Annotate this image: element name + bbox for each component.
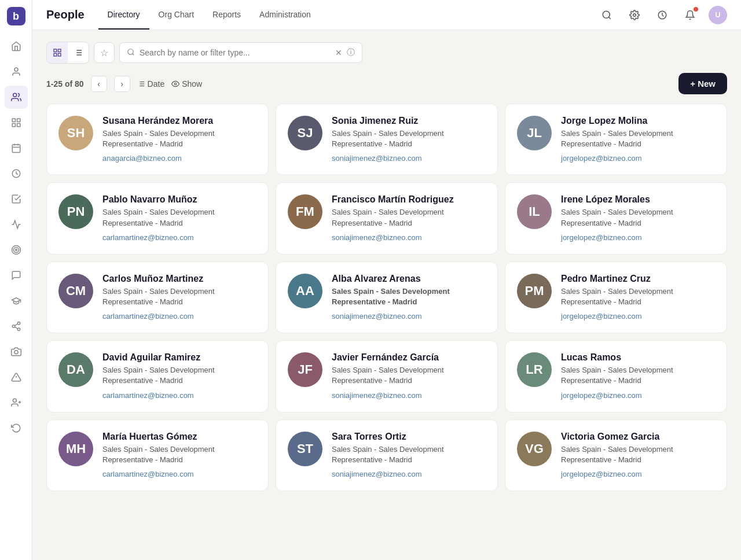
- sidebar-item-chart[interactable]: [5, 111, 28, 134]
- app-logo[interactable]: b: [7, 7, 25, 25]
- person-avatar: DA: [58, 352, 93, 387]
- sidebar-item-people[interactable]: [5, 86, 28, 109]
- sort-label: Date: [148, 79, 165, 89]
- person-email[interactable]: soniajimenez@bizneo.com: [332, 470, 422, 478]
- person-card[interactable]: DA David Aguilar Ramirez Sales Spain - S…: [46, 340, 269, 412]
- person-card[interactable]: JF Javier Fernández García Sales Spain -…: [276, 340, 498, 412]
- notifications-wrapper: [681, 6, 699, 24]
- person-email[interactable]: jorgelopez@bizneo.com: [561, 154, 642, 163]
- sidebar-item-target[interactable]: [5, 238, 28, 261]
- person-email[interactable]: soniajimenez@bizneo.com: [332, 391, 422, 400]
- person-avatar: AA: [288, 274, 322, 308]
- view-toggle: [46, 42, 89, 64]
- person-card[interactable]: CM Carlos Muñoz Martinez Sales Spain - S…: [46, 261, 269, 333]
- person-info: Alba Alvarez Arenas Sales Spain - Sales …: [332, 274, 486, 321]
- sidebar-item-history[interactable]: [5, 417, 28, 440]
- settings-icon[interactable]: [625, 6, 644, 24]
- person-card[interactable]: LR Lucas Ramos Sales Spain - Sales Devel…: [505, 340, 727, 412]
- sidebar-item-camera[interactable]: [5, 340, 28, 363]
- svg-rect-6: [12, 145, 20, 153]
- person-role: Sales Spain - Sales Development Represen…: [102, 365, 256, 386]
- search-bar: ✕ ⓘ: [119, 42, 362, 63]
- page-title: People: [46, 8, 85, 21]
- person-card[interactable]: IL Irene López Morales Sales Spain - Sal…: [505, 182, 727, 254]
- search-icon: [127, 48, 135, 58]
- person-avatar: ST: [288, 432, 322, 466]
- person-role: Sales Spain - Sales Development Represen…: [102, 286, 256, 307]
- search-icon[interactable]: [597, 6, 616, 24]
- person-name: Sara Torres Ortiz: [332, 432, 486, 442]
- tab-directory[interactable]: Directory: [98, 0, 149, 30]
- sidebar-item-alert[interactable]: [5, 366, 28, 389]
- show-button[interactable]: Show: [171, 79, 202, 89]
- person-info: María Huertas Gómez Sales Spain - Sales …: [102, 432, 256, 479]
- person-avatar: JF: [288, 352, 322, 387]
- tab-reports[interactable]: Reports: [203, 0, 250, 30]
- svg-point-47: [174, 83, 177, 85]
- person-avatar: SH: [58, 116, 93, 150]
- person-email[interactable]: soniajimenez@bizneo.com: [332, 154, 422, 163]
- person-card[interactable]: PM Pedro Martinez Cruz Sales Spain - Sal…: [505, 261, 727, 333]
- person-email[interactable]: carlamartinez@bizneo.com: [102, 470, 194, 478]
- person-card[interactable]: PN Pablo Navarro Muñoz Sales Spain - Sal…: [46, 182, 269, 254]
- sidebar-item-calendar[interactable]: [5, 137, 28, 160]
- sidebar-item-add-user[interactable]: [5, 391, 28, 414]
- person-info: Javier Fernández García Sales Spain - Sa…: [332, 352, 486, 400]
- tab-org-chart[interactable]: Org Chart: [149, 0, 203, 30]
- person-card[interactable]: VG Victoria Gomez Garcia Sales Spain - S…: [505, 419, 727, 491]
- person-card[interactable]: MH María Huertas Gómez Sales Spain - Sal…: [46, 419, 269, 491]
- person-card[interactable]: SH Susana Herández Morera Sales Spain - …: [46, 104, 269, 175]
- sidebar-item-graduation[interactable]: [5, 289, 28, 312]
- person-card[interactable]: SJ Sonia Jimenez Ruiz Sales Spain - Sale…: [276, 104, 498, 175]
- person-info: Francisco Martín Rodriguez Sales Spain -…: [332, 194, 486, 242]
- new-button[interactable]: + New: [678, 73, 727, 94]
- search-input[interactable]: [140, 48, 331, 57]
- pagination-next-button[interactable]: ›: [114, 76, 130, 92]
- show-label: Show: [182, 79, 202, 89]
- sidebar-item-hierarchy[interactable]: [5, 315, 28, 338]
- person-card[interactable]: FM Francisco Martín Rodriguez Sales Spai…: [276, 182, 498, 254]
- person-email[interactable]: carlamartinez@bizneo.com: [102, 391, 194, 400]
- sidebar-item-analytics[interactable]: [5, 213, 28, 236]
- favorites-button[interactable]: ☆: [94, 42, 115, 63]
- person-info: Susana Herández Morera Sales Spain - Sal…: [102, 116, 256, 163]
- user-avatar[interactable]: U: [709, 6, 727, 24]
- list-view-button[interactable]: [68, 42, 89, 63]
- person-email[interactable]: jorgelopez@bizneo.com: [561, 312, 642, 320]
- person-info: Sara Torres Ortiz Sales Spain - Sales De…: [332, 432, 486, 479]
- topnav: People Directory Org Chart Reports Admin…: [32, 0, 741, 30]
- timer-icon[interactable]: [653, 6, 672, 24]
- tab-administration[interactable]: Administration: [250, 0, 320, 30]
- sort-button[interactable]: Date: [137, 79, 165, 89]
- search-clear-icon[interactable]: ✕: [335, 48, 342, 57]
- sidebar-item-clock[interactable]: [5, 162, 28, 185]
- sidebar-item-checklist[interactable]: [5, 187, 28, 211]
- person-email[interactable]: jorgelopez@bizneo.com: [561, 233, 642, 242]
- search-info-icon[interactable]: ⓘ: [347, 47, 355, 58]
- sidebar-item-home[interactable]: [5, 35, 28, 58]
- pagination-prev-button[interactable]: ‹: [91, 76, 107, 92]
- sidebar-item-user[interactable]: [5, 60, 28, 83]
- svg-point-22: [13, 399, 16, 402]
- person-role: Sales Spain - Sales Development Represen…: [561, 128, 715, 149]
- person-card[interactable]: AA Alba Alvarez Arenas Sales Spain - Sal…: [276, 261, 498, 333]
- person-name: Francisco Martín Rodriguez: [332, 194, 486, 205]
- svg-point-19: [14, 351, 18, 354]
- person-email[interactable]: anagarcia@bizneo.com: [102, 154, 182, 163]
- person-email[interactable]: carlamartinez@bizneo.com: [102, 312, 194, 320]
- grid-view-button[interactable]: [47, 42, 68, 63]
- sidebar-item-chat[interactable]: [5, 264, 28, 287]
- person-card[interactable]: JL Jorge Lopez Molina Sales Spain - Sale…: [505, 104, 727, 175]
- person-avatar: MH: [58, 432, 93, 466]
- person-role: Sales Spain - Sales Development Represen…: [332, 286, 486, 307]
- person-email[interactable]: soniajimenez@bizneo.com: [332, 233, 422, 242]
- svg-point-12: [13, 248, 19, 253]
- person-email[interactable]: carlamartinez@bizneo.com: [102, 233, 194, 242]
- person-card[interactable]: ST Sara Torres Ortiz Sales Spain - Sales…: [276, 419, 498, 491]
- person-role: Sales Spain - Sales Development Represen…: [561, 365, 715, 386]
- person-email[interactable]: jorgelopez@bizneo.com: [561, 470, 642, 478]
- person-avatar: VG: [517, 432, 552, 466]
- person-info: Pablo Navarro Muñoz Sales Spain - Sales …: [102, 194, 256, 242]
- person-email[interactable]: soniajimenez@bizneo.com: [332, 312, 422, 320]
- person-email[interactable]: jorgelopez@bizneo.com: [561, 391, 642, 400]
